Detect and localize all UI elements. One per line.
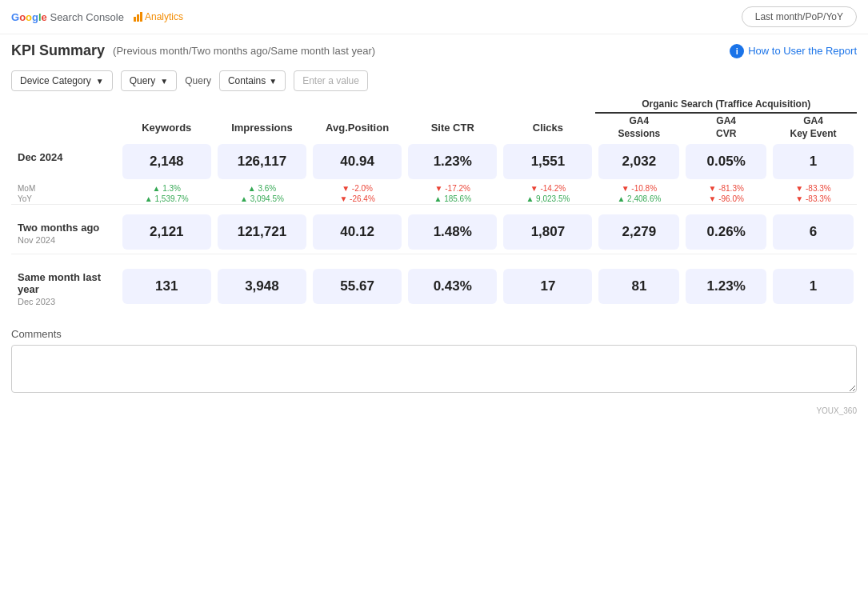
yoy-val-site_ctr: ▲ 185.6% <box>405 194 500 204</box>
analytics-label: Analytics <box>145 11 183 22</box>
chevron-down-icon: ▼ <box>96 77 104 86</box>
brand-label: YOUX_360 <box>816 406 857 415</box>
chevron-down-icon: ▼ <box>160 77 168 86</box>
kpi-table-container: Organic Search (Traffice Acquisition) Ke… <box>0 98 868 312</box>
cell-clicks: 1,551 <box>500 140 595 183</box>
yoy-val-keywords: ▲ 1,539.7% <box>119 194 214 204</box>
cell-impressions: 121,721 <box>214 210 310 254</box>
yoy-val-ga4_key_event: ▼ -83.3% <box>770 194 857 204</box>
mom-val-ga4_sessions: ▼ -10.8% <box>595 183 682 194</box>
yoy-val-clicks: ▲ 9,023.5% <box>500 194 595 204</box>
mom-val-ga4_key_event: ▼ -83.3% <box>770 183 857 194</box>
yoy-label: YoY <box>11 194 119 204</box>
col-header-avg-position: Avg.Position <box>310 115 405 140</box>
col-header-ga4-key-event: GA4Key Event <box>770 115 857 140</box>
query-filter[interactable]: Query ▼ <box>121 70 178 91</box>
col-header-clicks: Clicks <box>500 115 595 140</box>
cell-keywords: 2,121 <box>119 210 214 254</box>
cell-impressions: 126,117 <box>214 140 310 183</box>
info-icon: i <box>730 44 744 58</box>
cell-avg_position: 40.94 <box>310 140 405 183</box>
cell-keywords: 131 <box>119 260 214 312</box>
page-subtitle: (Previous month/Two months ago/Same mont… <box>113 45 375 57</box>
table-row: Dec 20242,148126,11740.941.23%1,5512,032… <box>11 140 857 183</box>
cell-ga4_cvr: 0.05% <box>682 140 770 183</box>
analytics-logo: Analytics <box>134 11 183 22</box>
cell-ga4_cvr: 1.23% <box>682 260 770 312</box>
mom-val-ga4_cvr: ▼ -81.3% <box>682 183 770 194</box>
cell-clicks: 1,807 <box>500 210 595 254</box>
organic-search-header: Organic Search (Traffice Acquisition) <box>642 98 810 110</box>
info-link[interactable]: i How to User the Report <box>730 44 857 58</box>
table-row: Same month last yearDec 20231313,94855.6… <box>11 260 857 312</box>
table-row: Two months agoNov 20242,121121,72140.121… <box>11 210 857 254</box>
col-header-keywords: Keywords <box>119 115 214 140</box>
comments-label: Comments <box>11 328 857 340</box>
cell-keywords: 2,148 <box>119 140 214 183</box>
col-header-ga4-cvr: GA4CVR <box>682 115 770 140</box>
page-header: KPI Summary (Previous month/Two months a… <box>0 34 868 64</box>
cell-ga4_sessions: 2,279 <box>595 210 682 254</box>
mom-val-avg_position: ▼ -2.0% <box>310 183 405 194</box>
cell-impressions: 3,948 <box>214 260 310 312</box>
cell-avg_position: 40.12 <box>310 210 405 254</box>
mom-val-impressions: ▲ 3.6% <box>214 183 310 194</box>
yoy-val-ga4_sessions: ▲ 2,408.6% <box>595 194 682 204</box>
cell-avg_position: 55.67 <box>310 260 405 312</box>
cell-site_ctr: 1.48% <box>405 210 500 254</box>
mom-label: MoM <box>11 183 119 194</box>
yoy-row: YoY▲ 1,539.7%▲ 3,094.5%▼ -26.4%▲ 185.6%▲… <box>11 194 857 204</box>
yoy-val-ga4_cvr: ▼ -96.0% <box>682 194 770 204</box>
organic-header-row: Organic Search (Traffice Acquisition) <box>11 98 857 115</box>
period-selector[interactable]: Last month/PoP/YoY <box>742 6 857 27</box>
device-category-filter[interactable]: Device Category ▼ <box>11 70 113 91</box>
comments-input[interactable] <box>11 345 857 393</box>
cell-site_ctr: 1.23% <box>405 140 500 183</box>
comments-section: Comments <box>11 328 857 395</box>
query-filter-label: Query <box>185 75 211 86</box>
filters-bar: Device Category ▼ Query ▼ Query Contains… <box>0 64 868 98</box>
col-header-site-ctr: Site CTR <box>405 115 500 140</box>
cell-site_ctr: 0.43% <box>405 260 500 312</box>
chevron-down-icon: ▼ <box>269 77 277 86</box>
google-logo: Google Search Console <box>11 11 124 23</box>
mom-row: MoM▲ 1.3%▲ 3.6%▼ -2.0%▼ -17.2%▼ -14.2%▼ … <box>11 183 857 194</box>
cell-ga4_key_event: 1 <box>770 260 857 312</box>
row-period-label: Same month last yearDec 2023 <box>11 260 119 312</box>
spacer-row <box>11 254 857 260</box>
mom-val-clicks: ▼ -14.2% <box>500 183 595 194</box>
spacer-row <box>11 204 857 210</box>
logo-area: Google Search Console Analytics <box>11 11 183 23</box>
yoy-val-avg_position: ▼ -26.4% <box>310 194 405 204</box>
cell-ga4_key_event: 6 <box>770 210 857 254</box>
value-input[interactable]: Enter a value <box>294 70 368 91</box>
cell-ga4_sessions: 2,032 <box>595 140 682 183</box>
col-header-impressions: Impressions <box>214 115 310 140</box>
col-header-empty <box>11 115 119 140</box>
analytics-bars-icon <box>134 12 142 22</box>
footer: YOUX_360 <box>0 403 868 418</box>
cell-ga4_sessions: 81 <box>595 260 682 312</box>
col-header-ga4-sessions: GA4Sessions <box>595 115 682 140</box>
cell-ga4_cvr: 0.26% <box>682 210 770 254</box>
cell-ga4_key_event: 1 <box>770 140 857 183</box>
row-period-label: Two months agoNov 2024 <box>11 210 119 254</box>
mom-val-keywords: ▲ 1.3% <box>119 183 214 194</box>
cell-clicks: 17 <box>500 260 595 312</box>
contains-filter[interactable]: Contains ▼ <box>219 70 286 91</box>
column-header-row: Keywords Impressions Avg.Position Site C… <box>11 115 857 140</box>
row-period-label: Dec 2024 <box>11 140 119 183</box>
page-title: KPI Summary <box>11 42 105 59</box>
top-bar: Google Search Console Analytics Last mon… <box>0 0 868 34</box>
yoy-val-impressions: ▲ 3,094.5% <box>214 194 310 204</box>
mom-val-site_ctr: ▼ -17.2% <box>405 183 500 194</box>
